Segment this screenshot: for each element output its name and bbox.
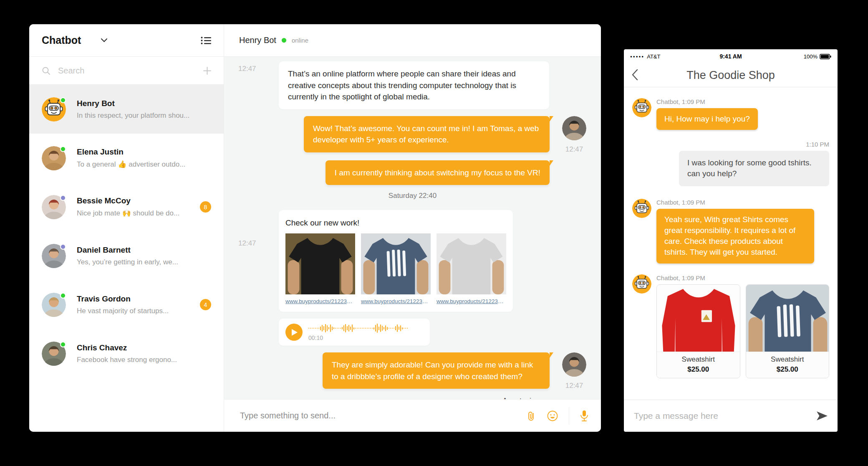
audio-waveform bbox=[308, 323, 423, 333]
sidebar: Chatbot bbox=[29, 24, 224, 432]
audio-duration: 00:10 bbox=[308, 334, 423, 341]
unread-badge: 4 bbox=[200, 299, 211, 310]
message-bubble: I am currently thinking about switching … bbox=[326, 160, 550, 185]
chat-panel: Henry Bot online 12:47 That’s an online … bbox=[224, 24, 601, 432]
carrier-label: AT&T bbox=[647, 53, 660, 60]
message-outgoing: I am currently thinking about switching … bbox=[238, 160, 601, 185]
unread-badge: 8 bbox=[200, 201, 211, 213]
attachment-button[interactable] bbox=[526, 410, 536, 421]
search-input[interactable] bbox=[57, 66, 197, 76]
message-bubble: They are simply adorable! Can you provid… bbox=[323, 352, 550, 389]
online-status-dot bbox=[60, 97, 66, 103]
online-status-dot bbox=[282, 38, 286, 43]
avatar bbox=[42, 146, 66, 170]
phone-user-message: 1:10 PM I was looking for some good tshi… bbox=[632, 141, 829, 186]
message-meta: Chatbot, 1:09 PM bbox=[656, 98, 829, 105]
chevron-down-icon[interactable] bbox=[101, 38, 107, 42]
contact-row-henry-bot[interactable]: Henry Bot In this respect, your platform… bbox=[29, 85, 224, 134]
contact-row-travis-gordon[interactable]: Travis Gordon He vast majority of startu… bbox=[29, 280, 224, 329]
message-input[interactable] bbox=[239, 410, 515, 421]
product-link[interactable]: www.buyproducts/21223332... bbox=[285, 298, 355, 304]
product-name: Sweatshirt bbox=[746, 355, 829, 364]
contact-preview: Nice job mate 🙌 should be do... bbox=[77, 209, 196, 218]
chat-header: Henry Bot online bbox=[224, 24, 601, 56]
contact-name: Daniel Barnett bbox=[77, 246, 211, 255]
play-button[interactable] bbox=[285, 324, 303, 341]
away-status-dot bbox=[60, 195, 66, 201]
product-link[interactable]: www.buyproducts/21223332... bbox=[361, 298, 431, 304]
online-status-dot bbox=[60, 342, 66, 347]
product-link[interactable]: www.buyproducts/21223332... bbox=[437, 298, 506, 304]
product-tile[interactable]: www.buyproducts/21223332... bbox=[437, 233, 506, 304]
signal-strength-icon: ●●●●● bbox=[630, 55, 644, 58]
message-incoming-audio: 00:10 bbox=[238, 319, 601, 346]
user-avatar-icon bbox=[562, 116, 586, 140]
contact-name: Travis Gordon bbox=[77, 294, 196, 304]
app-title: Chatbot bbox=[42, 34, 81, 46]
online-status-dot bbox=[60, 146, 66, 152]
contact-name: Elena Justin bbox=[77, 147, 211, 157]
contact-row-bessie-mccoy[interactable]: Bessie McCoy Nice job mate 🙌 should be d… bbox=[29, 182, 224, 231]
black-tshirt-image bbox=[285, 233, 355, 294]
user-avatar-icon bbox=[562, 352, 586, 377]
message-bubble: I was looking for some good tshirts. can… bbox=[679, 151, 829, 186]
desktop-background: Chatbot bbox=[0, 0, 868, 466]
avatar bbox=[42, 244, 66, 268]
product-price: $25.00 bbox=[746, 365, 829, 374]
message-meta: Chatbot, 1:09 PM bbox=[656, 199, 829, 206]
audio-message: 00:10 bbox=[279, 319, 430, 346]
product-name: Sweatshirt bbox=[657, 355, 740, 364]
message-bubble: Wow! That’s awesome. You can count me in… bbox=[304, 116, 550, 152]
voice-record-button[interactable] bbox=[580, 410, 588, 422]
phone-compose-bar bbox=[624, 400, 838, 432]
phone-message-list: Chatbot, 1:09 PM Hi, How may i help you?… bbox=[624, 87, 838, 400]
search-bar bbox=[29, 57, 224, 85]
message-outgoing: They are simply adorable! Can you provid… bbox=[238, 352, 601, 390]
striped-tshirt-image bbox=[746, 285, 830, 352]
product-card[interactable]: Sweatshirt $25.00 bbox=[746, 284, 830, 378]
message-time: 12:47 bbox=[238, 210, 279, 248]
message-bubble: Yeah sure, With great Shirts comes great… bbox=[656, 209, 814, 263]
sidebar-header: Chatbot bbox=[29, 24, 224, 57]
add-conversation-icon[interactable] bbox=[203, 67, 211, 75]
chat-contact-name: Henry Bot bbox=[239, 35, 276, 45]
back-icon[interactable] bbox=[631, 69, 638, 81]
send-icon[interactable] bbox=[816, 410, 828, 421]
play-icon bbox=[292, 329, 298, 336]
message-meta: 1:10 PM bbox=[632, 141, 829, 148]
emoji-button[interactable] bbox=[547, 410, 558, 421]
product-tile[interactable]: www.buyproducts/21223332... bbox=[361, 233, 431, 304]
contact-preview: To a general 👍 advertiser outdo... bbox=[77, 160, 211, 169]
contact-row-chris-chavez[interactable]: Chris Chavez Facebook have strong ergono… bbox=[29, 329, 224, 378]
message-time: 12:47 bbox=[565, 377, 583, 390]
chat-app-window: Chatbot bbox=[29, 24, 601, 432]
date-separator: Saturday 22:40 bbox=[238, 192, 587, 200]
smiley-icon bbox=[547, 410, 558, 421]
red-sweatshirt-image bbox=[657, 285, 740, 352]
message-time: 12:47 bbox=[238, 61, 279, 73]
robot-avatar-icon bbox=[632, 98, 651, 117]
message-incoming: 12:47 That’s an online platform where pe… bbox=[238, 61, 601, 109]
message-bubble: That’s an online platform where people c… bbox=[279, 61, 549, 109]
phone-message-input[interactable] bbox=[633, 410, 810, 421]
product-price: $25.00 bbox=[657, 365, 740, 374]
input-divider bbox=[569, 407, 569, 425]
message-meta: Chatbot, 1:09 PM bbox=[656, 274, 829, 281]
contact-name: Bessie McCoy bbox=[77, 196, 196, 205]
list-view-icon[interactable] bbox=[201, 36, 211, 45]
contact-row-elena-justin[interactable]: Elena Justin To a general 👍 advertiser o… bbox=[29, 134, 224, 182]
contact-preview: He vast majority of startups... bbox=[77, 307, 196, 315]
robot-avatar-icon bbox=[632, 274, 651, 294]
paperclip-icon bbox=[526, 410, 536, 421]
away-status-dot bbox=[60, 244, 66, 250]
phone-bot-message: Chatbot, 1:09 PM Yeah sure, With great S… bbox=[632, 199, 829, 263]
phone-bot-message: Chatbot, 1:09 PM Hi, How may i help you? bbox=[632, 98, 829, 130]
battery-percent-label: 100% bbox=[804, 53, 818, 60]
product-tile[interactable]: www.buyproducts/21223332... bbox=[285, 233, 355, 304]
avatar bbox=[42, 195, 66, 219]
phone-status-bar: ●●●●● AT&T 9:41 AM 100% bbox=[624, 49, 838, 63]
contact-preview: Facebook have strong ergono... bbox=[77, 356, 211, 364]
contact-row-daniel-barnett[interactable]: Daniel Barnett Yes, you’re getting in ea… bbox=[29, 231, 224, 280]
product-card[interactable]: Sweatshirt $25.00 bbox=[656, 284, 740, 378]
avatar bbox=[42, 97, 66, 122]
